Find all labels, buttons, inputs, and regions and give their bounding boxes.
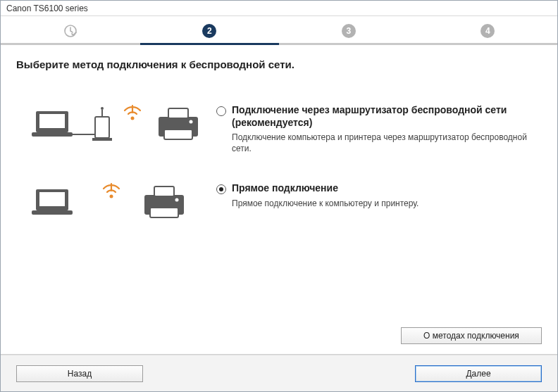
radio-router[interactable] [216, 106, 226, 116]
svg-point-7 [101, 107, 104, 110]
step-4: 4 [418, 16, 558, 45]
window-title: Canon TS6100 series [6, 4, 88, 13]
option-router-text: Подключение через маршрутизатор беспрово… [216, 99, 542, 154]
svg-rect-16 [39, 192, 65, 206]
step-2: 2 [140, 16, 280, 45]
svg-rect-3 [32, 132, 73, 137]
option-router-label: Подключение через маршрутизатор беспрово… [232, 104, 542, 129]
back-button[interactable]: Назад [16, 365, 143, 382]
option-router[interactable]: Подключение через маршрутизатор беспрово… [30, 99, 542, 154]
svg-rect-8 [92, 138, 112, 141]
svg-rect-2 [39, 114, 65, 128]
diagram-router [30, 99, 206, 148]
svg-rect-22 [150, 208, 178, 217]
option-direct-text: Прямое подключение Прямое подключение к … [216, 177, 542, 209]
about-row: О методах подключения [401, 327, 542, 344]
step-4-circle: 4 [480, 24, 495, 38]
svg-point-23 [175, 198, 179, 202]
radio-direct[interactable] [216, 184, 226, 194]
svg-point-18 [110, 195, 113, 198]
step-3: 3 [279, 16, 418, 45]
svg-rect-13 [164, 129, 192, 139]
svg-rect-12 [168, 108, 188, 118]
option-direct[interactable]: Прямое подключение Прямое подключение к … [30, 177, 542, 226]
step-indicator: 2 3 4 [1, 16, 557, 46]
title-bar: Canon TS6100 series [1, 1, 557, 16]
about-methods-button[interactable]: О методах подключения [401, 327, 542, 344]
svg-rect-21 [154, 186, 174, 196]
footer: Назад Далее [1, 355, 557, 391]
diagram-direct [30, 177, 206, 226]
option-router-desc: Подключение компьютера и принтера через … [232, 132, 542, 154]
page-heading: Выберите метод подключения к беспроводно… [16, 58, 542, 70]
svg-point-9 [131, 117, 135, 120]
next-button[interactable]: Далее [415, 365, 542, 382]
installer-window: Canon TS6100 series 2 3 4 Выбер [0, 0, 558, 392]
clock-check-icon [63, 24, 78, 38]
option-direct-label: Прямое подключение [232, 182, 418, 195]
svg-point-14 [190, 120, 193, 124]
svg-rect-5 [95, 117, 109, 138]
content-area: Выберите метод подключения к беспроводно… [1, 46, 557, 355]
svg-rect-17 [32, 210, 73, 215]
step-1 [1, 16, 140, 45]
step-3-circle: 3 [342, 24, 356, 38]
step-1-circle [63, 24, 78, 38]
connection-options: Подключение через маршрутизатор беспрово… [30, 99, 542, 226]
option-direct-desc: Прямое подключение к компьютеру и принте… [232, 198, 418, 209]
step-2-circle: 2 [202, 24, 216, 38]
